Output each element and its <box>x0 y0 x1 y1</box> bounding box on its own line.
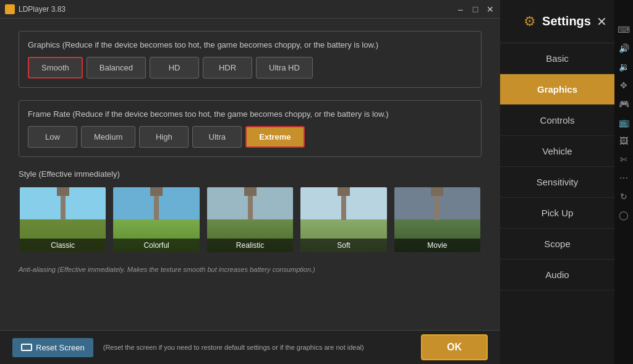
graphics-ultrahd-button[interactable]: Ultra HD <box>256 57 313 78</box>
sidebar-nav: Basic Graphics Controls Vehicle Sensitiv… <box>500 43 614 364</box>
settings-content: Graphics (Reduce if the device becomes t… <box>0 19 500 330</box>
sidebar-item-graphics[interactable]: Graphics <box>500 74 614 105</box>
volume-down-icon[interactable]: 🔉 <box>619 62 629 72</box>
ok-button[interactable]: OK <box>421 334 488 360</box>
gamepad-icon[interactable]: 🎮 <box>619 99 629 109</box>
anti-aliasing-hint: Anti-aliasing (Effective immediately. Ma… <box>19 266 482 273</box>
reset-screen-button[interactable]: Reset Screen <box>12 338 93 357</box>
window-controls: – □ ✕ <box>456 4 495 14</box>
tower-icon <box>341 195 346 220</box>
style-classic-card[interactable]: Classic <box>19 186 107 253</box>
graphics-box: Graphics (Reduce if the device becomes t… <box>19 31 482 88</box>
style-colorful-card[interactable]: Colorful <box>112 186 200 253</box>
app-title: LDPlayer 3.83 <box>19 5 66 14</box>
graphics-label: Graphics (Reduce if the device becomes t… <box>28 40 472 49</box>
record-icon[interactable]: ◯ <box>619 210 629 220</box>
framerate-section: Frame Rate (Reduce if the device becomes… <box>19 100 482 157</box>
reset-info: (Reset the screen if you need to restore… <box>103 344 411 351</box>
classic-label: Classic <box>20 239 106 252</box>
style-label: Style (Effective immediately) <box>19 169 482 179</box>
tower-icon <box>154 195 159 220</box>
minimize-button[interactable]: – <box>456 4 465 14</box>
app-logo <box>5 4 15 14</box>
title-bar: LDPlayer 3.83 – □ ✕ <box>0 0 500 19</box>
colorful-label: Colorful <box>113 239 199 252</box>
resize-icon[interactable]: ✥ <box>620 80 627 90</box>
style-soft-card[interactable]: Soft <box>299 186 388 253</box>
tower-icon <box>435 195 440 220</box>
settings-sidebar: ⚙ Settings ✕ Basic Graphics Controls Veh… <box>500 0 614 364</box>
framerate-ultra-button[interactable]: Ultra <box>192 126 242 148</box>
style-cards-container: Classic Colorful Realistic <box>19 186 482 253</box>
tower-icon <box>248 195 253 220</box>
graphics-options: Smooth Balanced HD HDR Ultra HD <box>28 57 472 78</box>
close-window-button[interactable]: ✕ <box>485 4 495 14</box>
soft-label: Soft <box>300 239 386 252</box>
movie-label: Movie <box>394 239 480 252</box>
sidebar-item-pickup[interactable]: Pick Up <box>500 198 614 229</box>
sidebar-item-basic[interactable]: Basic <box>500 43 614 74</box>
graphics-hdr-button[interactable]: HDR <box>203 57 252 78</box>
framerate-label: Frame Rate (Reduce if the device becomes… <box>28 109 472 119</box>
keyboard-icon[interactable]: ⌨ <box>618 25 630 35</box>
settings-close-button[interactable]: ✕ <box>597 14 607 29</box>
screen-icon[interactable]: 📺 <box>619 117 629 127</box>
style-realistic-card[interactable]: Realistic <box>206 186 294 253</box>
graphics-balanced-button[interactable]: Balanced <box>87 57 146 78</box>
bottom-bar: Reset Screen (Reset the screen if you ne… <box>0 330 500 364</box>
image-icon[interactable]: 🖼 <box>619 136 628 146</box>
gear-icon: ⚙ <box>524 14 536 30</box>
sidebar-header: ⚙ Settings ✕ <box>500 0 614 43</box>
framerate-medium-button[interactable]: Medium <box>81 126 135 148</box>
maximize-button[interactable]: □ <box>470 4 480 14</box>
sidebar-item-controls[interactable]: Controls <box>500 105 614 136</box>
framerate-extreme-button[interactable]: Extreme <box>245 126 304 148</box>
style-section: Style (Effective immediately) Classic Co… <box>19 169 482 253</box>
sidebar-item-vehicle[interactable]: Vehicle <box>500 136 614 167</box>
realistic-label: Realistic <box>207 239 293 252</box>
graphics-smooth-button[interactable]: Smooth <box>28 57 83 78</box>
graphics-section: Graphics (Reduce if the device becomes t… <box>19 31 482 88</box>
scissors-icon[interactable]: ✄ <box>620 154 627 164</box>
tower-icon <box>61 195 66 220</box>
sidebar-item-audio[interactable]: Audio <box>500 260 614 290</box>
framerate-high-button[interactable]: High <box>139 126 189 148</box>
style-movie-card[interactable]: Movie <box>393 186 482 253</box>
rotate-icon[interactable]: ↻ <box>620 192 627 201</box>
more-icon[interactable]: ⋯ <box>619 173 628 183</box>
graphics-hd-button[interactable]: HD <box>150 57 199 78</box>
reset-icon <box>21 344 32 351</box>
reset-label: Reset Screen <box>36 343 85 352</box>
volume-icon[interactable]: 🔊 <box>619 43 629 53</box>
sidebar-item-scope[interactable]: Scope <box>500 229 614 260</box>
icon-strip: ⌨ 🔊 🔉 ✥ 🎮 📺 🖼 ✄ ⋯ ↻ ◯ <box>614 0 633 364</box>
sidebar-item-sensitivity[interactable]: Sensitivity <box>500 167 614 198</box>
framerate-options: Low Medium High Ultra Extreme <box>28 126 472 148</box>
framerate-low-button[interactable]: Low <box>28 126 77 148</box>
right-panel: ⚙ Settings ✕ Basic Graphics Controls Veh… <box>500 0 633 364</box>
settings-title: Settings <box>542 14 591 28</box>
framerate-box: Frame Rate (Reduce if the device becomes… <box>19 100 482 157</box>
